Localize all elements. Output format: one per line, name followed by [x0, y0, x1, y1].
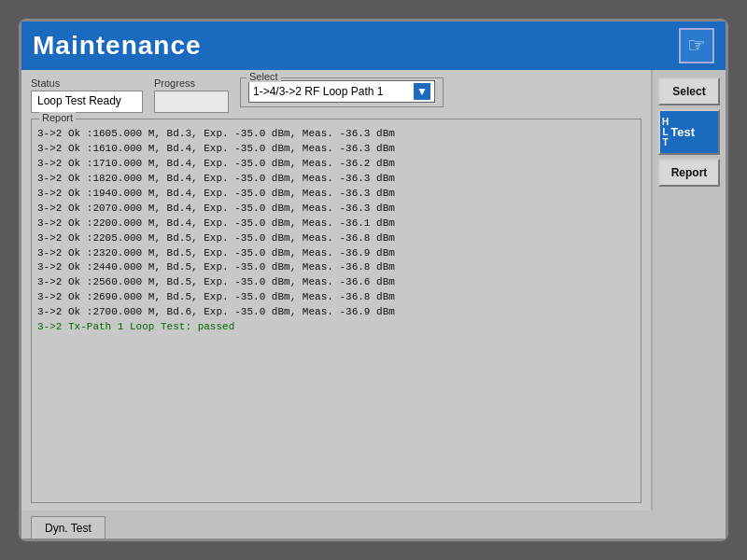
select-dropdown-arrow[interactable]: ▼ — [414, 83, 430, 100]
hlt-letters: H L T — [662, 117, 669, 147]
report-line: 3->2 Ok :2320.000 M, Bd.5, Exp. -35.0 dB… — [37, 246, 635, 261]
dyn-test-tab[interactable]: Dyn. Test — [31, 516, 106, 539]
report-section: Report 3->2 Ok :1605.000 M, Bd.3, Exp. -… — [31, 119, 641, 503]
right-sidebar: Select H L T Test Report — [651, 70, 726, 511]
page-title: Maintenance — [33, 31, 202, 61]
device-frame: Maintenance ☞ Status Loop Test Ready Pro… — [19, 19, 728, 541]
report-line: 3->2 Ok :2440.000 M, Bd.5, Exp. -35.0 dB… — [37, 260, 635, 275]
status-label: Status — [31, 77, 143, 89]
progress-group: Progress — [154, 77, 229, 113]
report-line: 3->2 Ok :1605.000 M, Bd.3, Exp. -35.0 dB… — [37, 127, 635, 142]
report-button[interactable]: Report — [658, 159, 720, 187]
report-summary: 3->2 Tx-Path 1 Loop Test: passed — [37, 320, 635, 335]
select-dropdown[interactable]: 1->4/3->2 RF Loop Path 1 ▼ — [248, 80, 435, 103]
report-content: 3->2 Ok :1605.000 M, Bd.3, Exp. -35.0 dB… — [35, 125, 637, 498]
report-line: 3->2 Ok :2070.000 M, Bd.4, Exp. -35.0 dB… — [37, 202, 635, 217]
select-dropdown-value: 1->4/3->2 RF Loop Path 1 — [253, 85, 383, 98]
select-group-label: Select — [247, 71, 281, 82]
bottom-tab-bar: Dyn. Test — [21, 511, 726, 539]
status-value: Loop Test Ready — [31, 91, 143, 113]
status-row: Status Loop Test Ready Progress Select 1… — [31, 77, 641, 113]
report-line: 3->2 Ok :2700.000 M, Bd.6, Exp. -35.0 dB… — [37, 305, 635, 320]
report-line: 3->2 Ok :1710.000 M, Bd.4, Exp. -35.0 dB… — [37, 157, 635, 172]
report-line: 3->2 Ok :2200.000 M, Bd.4, Exp. -35.0 dB… — [37, 217, 635, 231]
report-line: 3->2 Ok :2205.000 M, Bd.5, Exp. -35.0 dB… — [37, 231, 635, 246]
progress-value — [154, 91, 229, 113]
title-icon: ☞ — [679, 28, 714, 63]
test-label: Test — [670, 125, 695, 139]
title-bar: Maintenance ☞ — [21, 21, 726, 70]
report-line: 3->2 Ok :1940.000 M, Bd.4, Exp. -35.0 dB… — [37, 187, 635, 202]
center-panel: Status Loop Test Ready Progress Select 1… — [21, 70, 651, 511]
test-button[interactable]: H L T Test — [658, 109, 720, 155]
report-line: 3->2 Ok :2690.000 M, Bd.5, Exp. -35.0 dB… — [37, 290, 635, 305]
report-line: 3->2 Ok :2560.000 M, Bd.5, Exp. -35.0 dB… — [37, 275, 635, 290]
select-group: Select 1->4/3->2 RF Loop Path 1 ▼ — [240, 77, 444, 107]
progress-label: Progress — [154, 77, 229, 89]
select-button[interactable]: Select — [658, 77, 720, 105]
report-label: Report — [39, 112, 76, 123]
status-group: Status Loop Test Ready — [31, 77, 143, 113]
report-line: 3->2 Ok :1820.000 M, Bd.4, Exp. -35.0 dB… — [37, 172, 635, 187]
report-line: 3->2 Ok :1610.000 M, Bd.4, Exp. -35.0 dB… — [37, 142, 635, 157]
main-content: Status Loop Test Ready Progress Select 1… — [21, 70, 726, 511]
